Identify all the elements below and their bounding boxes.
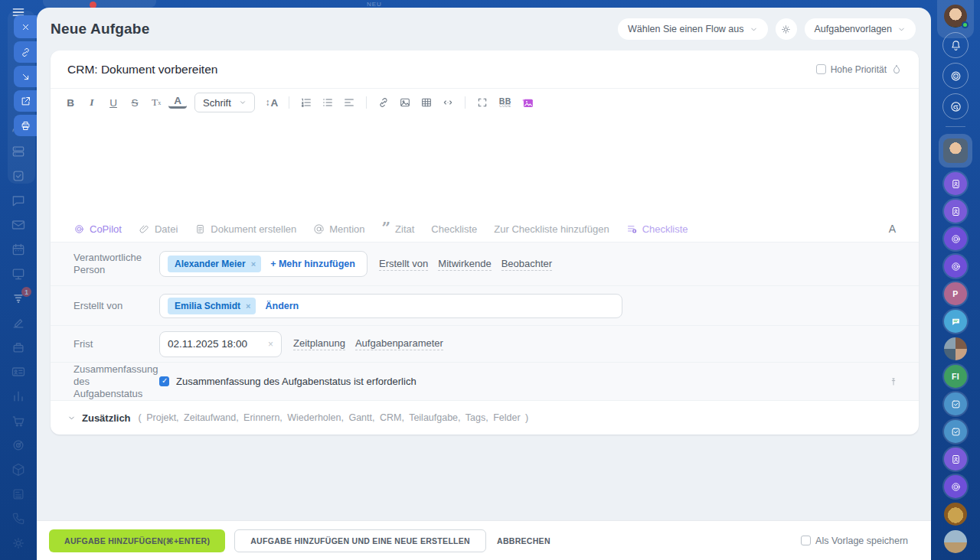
cancel-button[interactable]: ABBRECHEN	[486, 529, 561, 552]
fullscreen-button[interactable]	[473, 93, 492, 112]
observers-link[interactable]: Beobachter	[501, 258, 553, 271]
terminal-icon[interactable]	[11, 487, 26, 502]
underline-button[interactable]: U	[104, 93, 122, 112]
at-icon	[313, 223, 325, 235]
insert-image-button[interactable]	[396, 93, 414, 112]
align-left-icon	[343, 96, 355, 109]
add-more-link[interactable]: + Mehr hinzufügen	[270, 259, 355, 269]
language-button[interactable]: A	[889, 223, 896, 235]
sign-icon[interactable]	[11, 315, 26, 330]
tab-checklist[interactable]: Checkliste	[431, 223, 477, 235]
copilot-chat-1[interactable]	[944, 227, 967, 250]
bbcode-button[interactable]: BBCODE	[495, 93, 516, 112]
tab-quote[interactable]: ” Zitat	[382, 223, 415, 235]
insert-code-button[interactable]	[439, 93, 457, 112]
add-task-button[interactable]: AUFGABE HINZUFÜGEN(⌘+ENTER)	[49, 529, 225, 552]
company-icon[interactable]	[11, 340, 26, 355]
task-parameters-link[interactable]: Aufgabenparameter	[355, 337, 443, 350]
notes-chat[interactable]	[944, 310, 967, 333]
copilot-button[interactable]	[942, 63, 969, 89]
photo-chat-1[interactable]	[944, 503, 967, 526]
close-button[interactable]	[14, 15, 37, 38]
calendar-icon[interactable]	[11, 242, 26, 257]
topbar-neu-label: NEU	[367, 1, 382, 8]
profile-avatar[interactable]	[944, 5, 967, 28]
bold-button[interactable]: B	[61, 93, 80, 112]
telephony-icon[interactable]	[11, 511, 26, 526]
contact-chat-2[interactable]	[944, 200, 967, 223]
responsible-field[interactable]: Alexander Meier × + Mehr hinzufügen	[159, 251, 368, 277]
inventory-icon[interactable]	[11, 462, 26, 477]
tab-mention[interactable]: Mention	[313, 223, 364, 235]
collapse-button[interactable]	[14, 66, 37, 87]
settings-button[interactable]	[776, 18, 797, 40]
save-as-template-checkbox[interactable]	[801, 536, 811, 545]
photo-chat-2[interactable]	[944, 530, 967, 553]
copilot-chat-3[interactable]	[944, 475, 967, 498]
status-summary-checkbox[interactable]	[159, 376, 169, 386]
flow-select-button[interactable]: Wählen Sie einen Flow aus	[618, 18, 767, 40]
chevron-down-icon	[67, 414, 76, 422]
contact-chat-3[interactable]	[944, 448, 967, 470]
tasks-chat-2[interactable]	[944, 420, 967, 443]
chat-icon[interactable]	[11, 193, 26, 208]
description-editor[interactable]	[51, 116, 919, 216]
tab-file[interactable]: Datei	[139, 223, 178, 235]
created-by-link[interactable]: Erstellt von	[379, 258, 428, 271]
tasks-icon[interactable]	[11, 168, 26, 184]
scheduling-link[interactable]: Zeitplanung	[293, 337, 345, 350]
paperclip-icon	[139, 223, 150, 235]
italic-button[interactable]: I	[83, 93, 101, 112]
chip-remove-icon[interactable]: ×	[251, 259, 256, 269]
drive-icon[interactable]	[11, 144, 26, 159]
reports-icon[interactable]	[11, 389, 26, 404]
text-color-button[interactable]: A	[168, 94, 187, 109]
font-family-select[interactable]: Schrift	[194, 93, 255, 112]
task-title-input[interactable]: CRM: Dokument vorbereiten	[67, 63, 217, 77]
chip-remove-icon[interactable]: ×	[246, 301, 250, 311]
deadline-input[interactable]: 02.11.2025 18:00 ×	[159, 331, 282, 357]
insert-table-button[interactable]	[417, 93, 436, 112]
additional-toggle[interactable]: Zusätzlich	[82, 412, 131, 424]
group-chat[interactable]	[944, 337, 967, 360]
status-summary-checkbox-label: Zusammenfassung des Aufgabenstatus ist e…	[176, 376, 416, 387]
open-in-new-button[interactable]	[14, 90, 37, 112]
tasks-chat-1[interactable]	[944, 392, 967, 415]
tab-create-document[interactable]: Dokument erstellen	[194, 223, 296, 235]
print-button[interactable]	[14, 115, 37, 136]
marketing-icon[interactable]	[11, 438, 26, 453]
strikethrough-button[interactable]: S	[126, 93, 144, 112]
chat-p[interactable]: P	[944, 282, 967, 305]
add-task-and-new-button[interactable]: AUFGABE HINZUFÜGEN UND EINE NEUE ERSTELL…	[234, 529, 486, 552]
creator-field[interactable]: Emilia Schmidt × Ändern	[159, 294, 622, 318]
tab-add-to-checklist[interactable]: Zur Checkliste hinzufügen	[494, 223, 609, 235]
active-chat[interactable]	[939, 134, 972, 168]
pin-icon[interactable]	[888, 376, 899, 387]
insert-link-button[interactable]	[374, 93, 393, 112]
numbered-list-button[interactable]	[297, 93, 315, 112]
clear-format-button[interactable]: Tx	[147, 93, 165, 112]
copy-link-button[interactable]	[14, 41, 37, 63]
bullet-list-icon	[322, 96, 334, 109]
copilot-chat-2[interactable]	[944, 255, 967, 278]
card-icon[interactable]	[11, 364, 26, 379]
workspace-icon[interactable]	[11, 266, 26, 282]
tab-checklist-purple[interactable]: Checkliste	[626, 223, 688, 235]
clear-date-icon[interactable]: ×	[268, 339, 273, 350]
font-size-button[interactable]: ↕A	[263, 93, 281, 112]
align-button[interactable]	[340, 93, 358, 112]
contact-chat-1[interactable]	[944, 172, 967, 195]
store-icon[interactable]	[11, 413, 26, 428]
high-priority-checkbox[interactable]	[816, 64, 826, 74]
mail-icon[interactable]	[11, 217, 26, 233]
task-templates-button[interactable]: Aufgabenvorlagen	[805, 18, 916, 40]
bullet-list-button[interactable]	[318, 93, 337, 112]
crm-icon[interactable]: 1	[11, 291, 26, 306]
messenger-button[interactable]	[942, 93, 969, 119]
change-creator-link[interactable]: Ändern	[265, 301, 299, 311]
chat-fi[interactable]: FI	[944, 365, 967, 388]
ai-image-button[interactable]	[519, 93, 537, 112]
contributors-link[interactable]: Mitwirkende	[438, 258, 491, 271]
settings-icon[interactable]	[11, 536, 26, 551]
tab-copilot[interactable]: CoPilot	[74, 223, 122, 235]
